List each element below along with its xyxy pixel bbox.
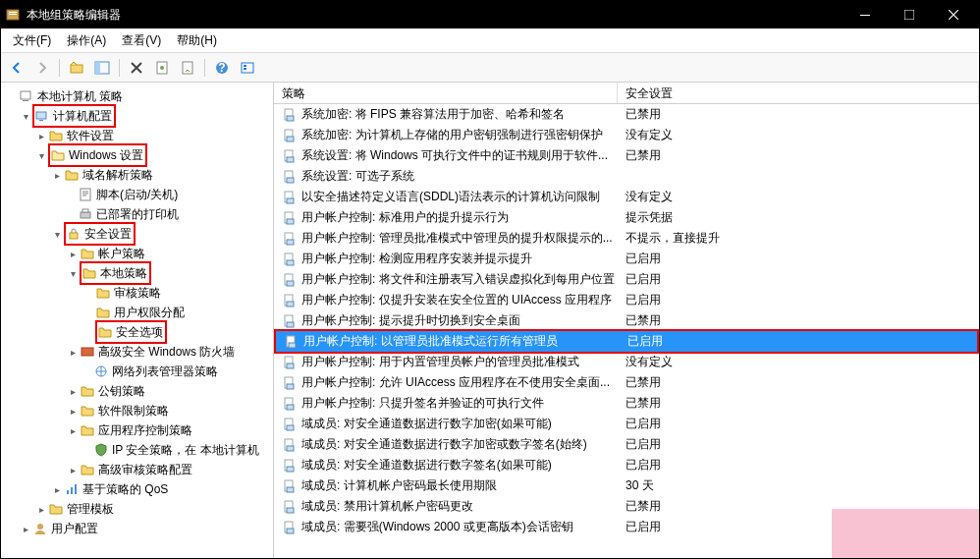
column-policy[interactable]: 策略 [274,83,618,103]
policy-value: 提示凭据 [626,209,979,226]
tree-ip-security[interactable]: IP 安全策略，在 本地计算机 [1,440,273,460]
expand-icon[interactable]: ▾ [34,150,48,161]
policy-row[interactable]: 用户帐户控制: 将文件和注册表写入错误虚拟化到每用户位置已启用 [274,269,979,290]
tree-account-policies[interactable]: ▸ 帐户策略 [1,244,273,263]
policy-row[interactable]: 域成员: 对安全通道数据进行数字加密(如果可能)已启用 [274,414,979,434]
svg-rect-59 [287,405,294,410]
policy-row[interactable]: 系统加密: 为计算机上存储的用户密钥强制进行强密钥保护没有定义 [274,125,979,145]
policy-icon [282,478,298,494]
policy-icon [282,437,298,453]
policy-row[interactable]: 用户帐户控制: 检测应用程序安装并提示提升已启用 [274,249,979,269]
policy-row[interactable]: 用户帐户控制: 提示提升时切换到安全桌面已禁用 [274,310,979,331]
tree-local-policies[interactable]: ▾ 本地策略 [1,263,273,283]
computer-icon [34,108,50,124]
policy-row[interactable]: 用户帐户控制: 用于内置管理员帐户的管理员批准模式没有定义 [274,352,979,372]
policy-row[interactable]: 用户帐户控制: 管理员批准模式中管理员的提升权限提示的...不提示，直接提升 [274,228,979,249]
expand-icon[interactable]: ▾ [19,111,32,122]
folder-icon [80,383,95,399]
close-button[interactable] [931,1,975,28]
policy-value: 已禁用 [626,374,979,391]
tree-security-options[interactable]: 安全选项 [1,322,273,342]
policy-row[interactable]: 用户帐户控制: 标准用户的提升提示行为提示凭据 [274,207,979,228]
policy-icon [282,458,298,474]
back-button[interactable] [5,56,28,80]
policy-value: 30 天 [626,477,979,494]
policy-name: 域成员: 对安全通道数据进行数字签名(如果可能) [301,457,626,474]
tree-scripts[interactable]: 脚本(启动/关机) [1,185,273,204]
policy-row[interactable]: 用户帐户控制: 允许 UIAccess 应用程序在不使用安全桌面...已禁用 [274,372,979,393]
tree-advanced-audit[interactable]: ▸ 高级审核策略配置 [1,460,273,479]
svg-rect-19 [39,120,43,121]
policy-value: 已启用 [627,333,977,350]
tree-qos[interactable]: ▸ 基于策略的 QoS [1,479,273,499]
tree-public-key[interactable]: ▸ 公钥策略 [1,381,273,401]
tree-printers[interactable]: 已部署的打印机 [1,204,273,224]
policy-row[interactable]: 系统加密: 将 FIPS 兼容算法用于加密、哈希和签名已禁用 [274,104,979,125]
policy-row[interactable]: 用户帐户控制: 仅提升安装在安全位置的 UIAccess 应用程序已启用 [274,290,979,310]
policy-row[interactable]: 系统设置: 可选子系统 [274,166,979,187]
svg-rect-49 [287,302,294,307]
policy-name: 用户帐户控制: 以管理员批准模式运行所有管理员 [303,333,627,350]
policy-row[interactable]: 域成员: 对安全通道数据进行数字加密或数字签名(始终)已启用 [274,434,979,455]
policy-row[interactable]: 用户帐户控制: 以管理员批准模式运行所有管理员已启用 [274,329,979,354]
policy-name: 用户帐户控制: 只提升签名并验证的可执行文件 [301,395,626,412]
tree-computer-config[interactable]: ▾ 计算机配置 [1,106,273,126]
expand-icon[interactable]: ▸ [34,131,48,141]
svg-rect-31 [287,116,294,121]
tree-windows-settings[interactable]: ▾ Windows 设置 [1,145,273,165]
tree-security-settings[interactable]: ▾ 安全设置 [1,224,273,244]
minimize-button[interactable] [843,1,887,28]
menu-action[interactable]: 操作(A) [59,29,114,52]
svg-rect-37 [287,178,294,183]
policy-value: 已启用 [626,292,979,308]
tree-user-rights[interactable]: 用户权限分配 [1,303,273,322]
menu-help[interactable]: 帮助(H) [169,29,225,52]
policy-icon [282,396,298,412]
svg-rect-3 [860,15,870,16]
policy-value: 已禁用 [626,147,979,164]
tree-software-restriction[interactable]: ▸ 软件限制策略 [1,401,273,420]
filter-button[interactable] [236,56,259,80]
show-hide-tree-button[interactable] [90,56,114,80]
tree-audit[interactable]: 审核策略 [1,283,273,303]
folder-lock-icon [80,246,95,261]
folder-icon [80,462,95,477]
svg-rect-43 [287,240,294,245]
list-pane[interactable]: 策略 安全设置 系统加密: 将 FIPS 兼容算法用于加密、哈希和签名已禁用系统… [274,83,979,558]
help-button[interactable]: ? [210,56,234,80]
main-area: 本地计算机 策略 ▾ 计算机配置 ▸ 软件设置 ▾ Windows 设置 ▸ 域… [1,83,979,558]
export-button[interactable] [176,56,199,80]
tree-pane[interactable]: 本地计算机 策略 ▾ 计算机配置 ▸ 软件设置 ▾ Windows 设置 ▸ 域… [1,83,274,558]
menu-view[interactable]: 查看(V) [114,29,169,52]
up-button[interactable] [65,56,88,80]
policy-icon [282,375,298,391]
properties-button[interactable] [150,56,174,80]
svg-rect-21 [81,212,90,218]
policy-value: 已禁用 [626,312,979,329]
policy-icon [282,313,298,329]
svg-rect-47 [287,281,294,286]
tree-app-control[interactable]: ▸ 应用程序控制策略 [1,420,273,440]
policy-row[interactable]: 以安全描述符定义语言(SDDL)语法表示的计算机访问限制没有定义 [274,187,979,207]
column-setting[interactable]: 安全设置 [618,83,979,103]
tree-firewall[interactable]: ▸ 高级安全 Windows 防火墙 [1,342,273,362]
tree-user-config[interactable]: ▸ 用户配置 [1,519,273,538]
svg-point-9 [160,66,164,70]
folder-lock-icon [82,265,97,281]
maximize-button[interactable] [887,1,931,28]
policy-icon [282,355,298,370]
tree-dns[interactable]: ▸ 域名解析策略 [1,165,273,185]
forward-button[interactable] [30,56,54,80]
policy-row[interactable]: 域成员: 计算机帐户密码最长使用期限30 天 [274,475,979,496]
menu-file[interactable]: 文件(F) [5,29,59,52]
tree-software-settings[interactable]: ▸ 软件设置 [1,126,273,145]
tree-nlm[interactable]: 网络列表管理器策略 [1,362,273,381]
folder-icon [80,403,95,419]
delete-button[interactable] [125,56,148,80]
policy-row[interactable]: 用户帐户控制: 只提升签名并验证的可执行文件已禁用 [274,393,979,414]
policy-row[interactable]: 域成员: 对安全通道数据进行数字签名(如果可能)已启用 [274,455,979,475]
policy-row[interactable]: 系统设置: 将 Windows 可执行文件中的证书规则用于软件...已禁用 [274,145,979,166]
tree-root[interactable]: 本地计算机 策略 [1,86,273,106]
titlebar: 本地组策略编辑器 [1,1,979,28]
tree-admin-templates[interactable]: ▸ 管理模板 [1,499,273,519]
